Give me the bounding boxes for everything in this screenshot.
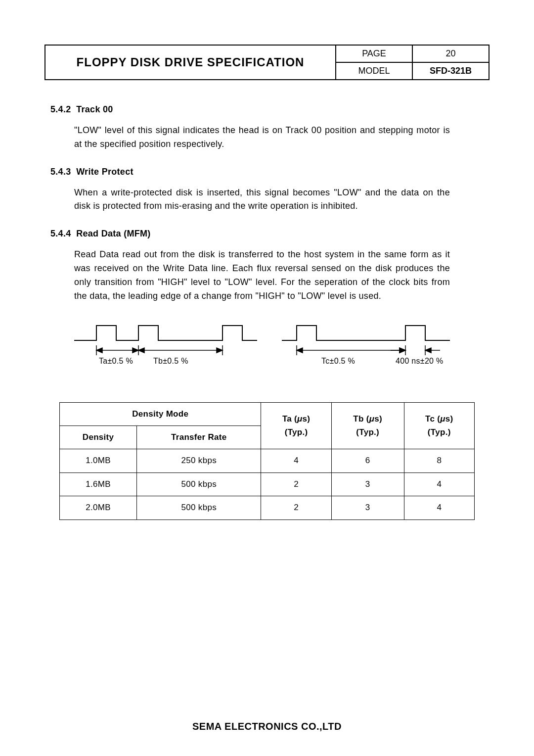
cell-tc: 4 <box>404 472 474 496</box>
page: FLOPPY DISK DRIVE SPECIFICATION PAGE 20 … <box>0 0 534 756</box>
th-tc: Tc (μs) (Typ.) <box>404 402 474 449</box>
section-543-title: Write Protect <box>76 167 134 177</box>
header-row-model: MODEL SFD-321B <box>335 62 489 79</box>
cell-rate: 500 kbps <box>137 472 261 496</box>
th-ta-l2: s) <box>303 414 311 424</box>
section-542-body: "LOW" level of this signal indicates the… <box>74 124 450 151</box>
svg-marker-3 <box>96 348 102 353</box>
footer: SEMA ELECTRONICS CO.,LTD <box>44 721 490 736</box>
mu-icon: μ <box>440 414 445 424</box>
svg-marker-16 <box>400 348 405 353</box>
timing-label-ta: Ta±0.5 % <box>99 357 133 365</box>
table-header-row-1: Density Mode Ta (μs) (Typ.) Tb (μs) (Typ… <box>60 402 475 425</box>
section-544-title: Read Data (MFM) <box>76 229 151 238</box>
cell-rate: 500 kbps <box>137 496 261 520</box>
section-542-title: Track 00 <box>76 104 113 114</box>
cell-ta: 2 <box>261 472 331 496</box>
cell-density: 1.6MB <box>60 472 137 496</box>
mu-icon: μ <box>297 414 303 424</box>
page-number: 20 <box>412 46 489 62</box>
cell-ta: 2 <box>261 496 331 520</box>
cell-density: 1.0MB <box>60 449 137 472</box>
header: FLOPPY DISK DRIVE SPECIFICATION PAGE 20 … <box>44 45 490 80</box>
mu-icon: μ <box>369 414 375 424</box>
section-543-body: When a write-protected disk is inserted,… <box>74 186 450 214</box>
cell-tb: 3 <box>331 472 404 496</box>
th-ta: Ta (μs) (Typ.) <box>261 402 331 449</box>
th-tc-typ: (Typ.) <box>428 427 451 437</box>
header-row-page: PAGE 20 <box>335 46 489 62</box>
th-density: Density <box>60 426 137 449</box>
th-ta-typ: (Typ.) <box>285 427 308 437</box>
svg-marker-8 <box>217 348 222 353</box>
timing-diagram: Ta±0.5 % Tb±0.5 % Tc±0.5 % 400 ns±20 % <box>74 318 475 378</box>
section-543-num: 5.4.3 <box>50 167 71 177</box>
th-tb-l2: s) <box>374 414 382 424</box>
body: 5.4.2 Track 00 "LOW" level of this signa… <box>44 98 490 721</box>
timing-svg: Ta±0.5 % Tb±0.5 % Tc±0.5 % 400 ns±20 % <box>74 318 455 378</box>
cell-tb: 3 <box>331 496 404 520</box>
timing-label-tb: Tb±0.5 % <box>153 357 188 365</box>
section-542-head: 5.4.2 Track 00 <box>50 103 490 117</box>
th-density-mode: Density Mode <box>60 402 261 425</box>
th-tc-l1: Tc ( <box>425 414 440 424</box>
svg-marker-7 <box>138 348 144 353</box>
document-title: FLOPPY DISK DRIVE SPECIFICATION <box>45 46 335 79</box>
th-tb-typ: (Typ.) <box>356 427 379 437</box>
table-row: 2.0MB 500 kbps 2 3 4 <box>60 496 475 520</box>
svg-marker-18 <box>425 348 431 353</box>
cell-tc: 8 <box>404 449 474 472</box>
section-544-num: 5.4.4 <box>50 229 71 238</box>
th-tc-l2: s) <box>445 414 453 424</box>
cell-rate: 250 kbps <box>137 449 261 472</box>
section-544-body: Read Data read out from the disk is tran… <box>74 248 450 303</box>
model-label: MODEL <box>336 63 412 79</box>
svg-marker-12 <box>297 348 303 353</box>
model-value: SFD-321B <box>412 63 489 79</box>
cell-ta: 4 <box>261 449 331 472</box>
th-tb-l1: Tb ( <box>353 414 369 424</box>
th-ta-l1: Ta ( <box>282 414 297 424</box>
header-meta: PAGE 20 MODEL SFD-321B <box>335 46 489 79</box>
timing-label-tc: Tc±0.5 % <box>321 357 355 365</box>
section-543-head: 5.4.3 Write Protect <box>50 165 490 179</box>
th-transfer: Transfer Rate <box>137 426 261 449</box>
th-tb: Tb (μs) (Typ.) <box>331 402 404 449</box>
section-544-head: 5.4.4 Read Data (MFM) <box>50 227 490 241</box>
table-row: 1.0MB 250 kbps 4 6 8 <box>60 449 475 472</box>
density-table: Density Mode Ta (μs) (Typ.) Tb (μs) (Typ… <box>59 402 475 520</box>
timing-label-pulse: 400 ns±20 % <box>396 357 444 365</box>
cell-tb: 6 <box>331 449 404 472</box>
cell-tc: 4 <box>404 496 474 520</box>
cell-density: 2.0MB <box>60 496 137 520</box>
section-542-num: 5.4.2 <box>50 104 71 114</box>
page-label: PAGE <box>336 46 412 62</box>
table-row: 1.6MB 500 kbps 2 3 4 <box>60 472 475 496</box>
